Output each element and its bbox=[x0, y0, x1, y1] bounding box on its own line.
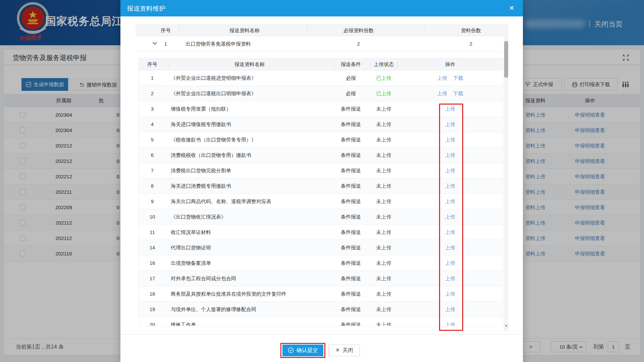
operation-cell: 上传 bbox=[422, 163, 478, 178]
operation-cell: 上传 bbox=[422, 286, 478, 302]
material-row: 17 对外承包工程合同或分包合同 条件报送 未上传 上传 bbox=[139, 271, 503, 286]
upload-link[interactable]: 上传 bbox=[445, 225, 455, 240]
status-badge: 已上传 bbox=[364, 70, 404, 86]
modal-title: 报送资料维护 bbox=[127, 4, 165, 13]
upload-link[interactable]: 上传 bbox=[445, 255, 455, 271]
name-cell: 与境外单位、个人签署的修理修配合同 bbox=[171, 302, 256, 317]
modal-close-icon[interactable]: ✕ bbox=[509, 4, 515, 12]
seq-cell: 9 bbox=[139, 194, 166, 209]
operation-cell: 上传 bbox=[422, 255, 478, 271]
operation-cell: 上传 bbox=[422, 178, 478, 194]
expanded-group-row: 1 出口货物劳务免退税申报资料 2 2 bbox=[136, 36, 508, 51]
status-badge: 未上传 bbox=[364, 132, 404, 147]
seq-cell: 11 bbox=[139, 225, 166, 240]
seq-cell: 5 bbox=[139, 132, 166, 147]
column-operation: 操作 bbox=[422, 58, 478, 70]
material-row: 6 消费税税收（出口货物专用）缴款书 条件报送 未上传 上传 bbox=[139, 147, 503, 163]
status-badge: 已上传 bbox=[364, 86, 404, 101]
name-cell: 《外贸企业出口退税进货明细申报表》 bbox=[171, 70, 256, 86]
name-cell: 出境货物备案清单 bbox=[171, 255, 211, 271]
status-badge: 未上传 bbox=[364, 271, 404, 286]
modal-scrollbar-thumb[interactable] bbox=[504, 41, 508, 78]
material-row: 20 维修工作单 条件报送 未上传 上传 bbox=[139, 317, 503, 326]
name-cell: 收汇情况举证材料 bbox=[171, 225, 211, 240]
name-cell: 对外承包工程合同或分包合同 bbox=[171, 271, 236, 286]
column-name: 报送资料名称 bbox=[166, 58, 333, 70]
seq-cell: 4 bbox=[139, 117, 166, 132]
upload-link[interactable]: 上传 bbox=[445, 163, 455, 178]
column-seq: 序号 bbox=[152, 25, 179, 36]
operation-cell: 上传 bbox=[422, 132, 478, 147]
download-link[interactable]: 下载 bbox=[453, 86, 463, 101]
column-copies: 资料份数 bbox=[427, 25, 515, 36]
name-cell: 海关出口商品代码、名称、退税率调整对应表 bbox=[171, 194, 271, 209]
operation-cell: 上传 bbox=[422, 240, 478, 255]
confirm-submit-button[interactable]: 确认提交 bbox=[282, 345, 323, 356]
upload-link[interactable]: 上传 bbox=[445, 302, 455, 317]
seq-cell: 7 bbox=[139, 163, 166, 178]
material-row: 9 海关出口商品代码、名称、退税率调整对应表 条件报送 未上传 上传 bbox=[139, 194, 503, 209]
modal-close-button[interactable]: ✕关闭 bbox=[329, 345, 360, 356]
inner-table-body: 1 《外贸企业出口退税进货明细申报表》 必报 已上传 上传 下载 2 《外贸企业… bbox=[139, 70, 503, 326]
operation-cell: 上传 下载 bbox=[422, 86, 478, 101]
name-cell: 《外贸企业出口退税出口明细申报表》 bbox=[171, 86, 256, 101]
screen: 中国税务 国家税务总局江 | 关闭当页 货物劳务及服务退税申报 生成申报数据 bbox=[0, 0, 644, 362]
material-row: 18 商务部及其授权单位批准其在境外投资的文件复印件 条件报送 未上传 上传 bbox=[139, 286, 503, 302]
seq-cell: 6 bbox=[139, 147, 166, 163]
status-badge: 未上传 bbox=[364, 225, 404, 240]
status-badge: 未上传 bbox=[364, 117, 404, 132]
status-badge: 未上传 bbox=[364, 163, 404, 178]
column-seq: 序号 bbox=[139, 58, 166, 70]
close-x-icon: ✕ bbox=[335, 347, 340, 353]
group-required-copies: 2 bbox=[310, 36, 407, 51]
material-row: 3 增值税专用发票（抵扣联） 条件报送 未上传 上传 bbox=[139, 101, 503, 117]
download-link[interactable]: 下载 bbox=[453, 70, 463, 86]
operation-cell: 上传 bbox=[422, 302, 478, 317]
name-cell: 增值税专用发票（抵扣联） bbox=[171, 101, 231, 117]
upload-link[interactable]: 上传 bbox=[445, 101, 455, 117]
material-row: 19 与境外单位、个人签署的修理修配合同 条件报送 未上传 上传 bbox=[139, 302, 503, 317]
column-divider bbox=[397, 61, 397, 68]
upload-link[interactable]: 上传 bbox=[445, 271, 455, 286]
operation-cell: 上传 bbox=[422, 209, 478, 225]
group-copies: 2 bbox=[427, 36, 515, 51]
upload-link[interactable]: 上传 bbox=[445, 132, 455, 147]
material-row: 5 《税收缴款书（出口货物劳务专用）》 条件报送 未上传 上传 bbox=[139, 132, 503, 147]
upload-link[interactable]: 上传 bbox=[437, 70, 447, 86]
upload-link[interactable]: 上传 bbox=[445, 194, 455, 209]
status-badge: 未上传 bbox=[364, 255, 404, 271]
seq-cell: 16 bbox=[139, 255, 166, 271]
column-name: 报送资料名称 bbox=[182, 25, 307, 36]
modal-scrollbar-track[interactable]: ▼ bbox=[504, 37, 508, 332]
seq-cell: 3 bbox=[139, 101, 166, 117]
material-row: 16 出境货物备案清单 条件报送 未上传 上传 bbox=[139, 255, 503, 271]
check-circle-icon bbox=[288, 347, 294, 353]
upload-link[interactable]: 上传 bbox=[445, 317, 455, 326]
status-badge: 未上传 bbox=[364, 194, 404, 209]
upload-link[interactable]: 上传 bbox=[445, 240, 455, 255]
name-cell: 商务部及其授权单位批准其在境外投资的文件复印件 bbox=[171, 286, 286, 302]
upload-link[interactable]: 上传 bbox=[445, 147, 455, 163]
name-cell: 代理出口货物证明 bbox=[171, 240, 211, 255]
scroll-down-arrow-icon[interactable]: ▼ bbox=[504, 323, 508, 329]
seq-cell: 1 bbox=[139, 70, 166, 86]
upload-link[interactable]: 上传 bbox=[445, 286, 455, 302]
name-cell: 海关进口消费税专用缴款书 bbox=[171, 178, 231, 194]
status-badge: 未上传 bbox=[364, 240, 404, 255]
upload-link[interactable]: 上传 bbox=[445, 117, 455, 132]
upload-link[interactable]: 上传 bbox=[445, 178, 455, 194]
operation-cell: 上传 bbox=[422, 271, 478, 286]
name-cell: 《出口货物收汇情况表》 bbox=[171, 209, 226, 225]
outer-table-header: 序号 报送资料名称 必报资料份数 资料份数 bbox=[136, 24, 508, 36]
status-badge: 未上传 bbox=[364, 317, 404, 326]
operation-cell: 上传 bbox=[422, 225, 478, 240]
upload-link[interactable]: 上传 bbox=[437, 86, 447, 101]
status-badge: 未上传 bbox=[364, 209, 404, 225]
name-cell: 维修工作单 bbox=[171, 317, 196, 326]
upload-link[interactable]: 上传 bbox=[445, 209, 455, 225]
seq-cell: 10 bbox=[139, 209, 166, 225]
name-cell: 海关进口增值税专用缴款书 bbox=[171, 117, 231, 132]
material-row: 2 《外贸企业出口退税出口明细申报表》 必报 已上传 上传 下载 bbox=[139, 86, 503, 101]
material-row: 10 《出口货物收汇情况表》 条件报送 未上传 上传 bbox=[139, 209, 503, 225]
material-row: 14 代理出口货物证明 条件报送 未上传 上传 bbox=[139, 240, 503, 255]
